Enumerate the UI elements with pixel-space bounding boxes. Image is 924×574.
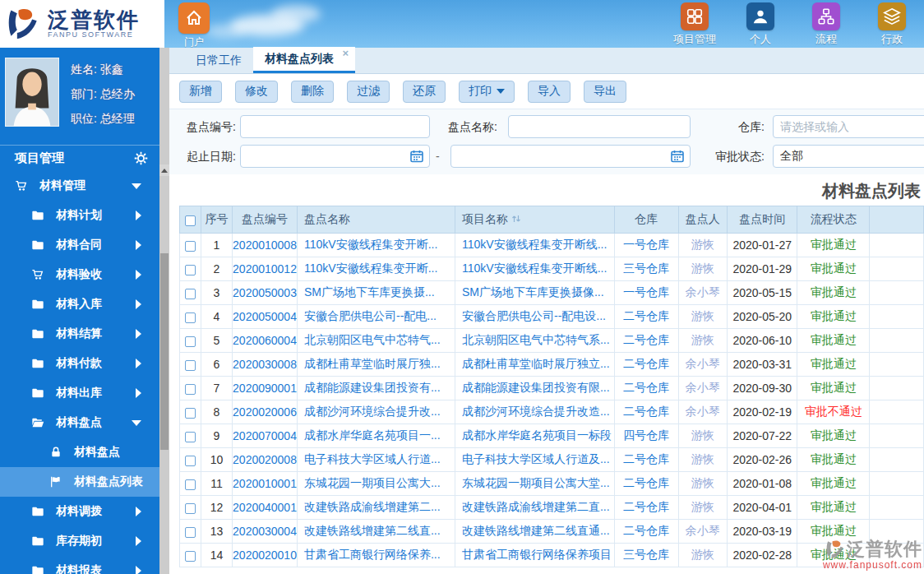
table-row[interactable]: 12020010008110kV安徽线程集变开断...110kV安徽线程集变开断… (180, 234, 924, 257)
cell-code[interactable]: 2020010001 (233, 472, 298, 496)
table-row[interactable]: 132020030004改建铁路线增建第二线直...改建铁路线增建第二线直通..… (180, 520, 924, 544)
table-row[interactable]: 122020040001改建铁路成渝线增建第二...改建铁路成渝线增建第二直..… (180, 496, 924, 520)
arrow-right-icon[interactable] (136, 566, 141, 574)
row-checkbox[interactable] (185, 456, 196, 466)
select-all-checkbox[interactable] (185, 215, 196, 226)
cell-name[interactable]: 甘肃省工商银行网络保养... (297, 544, 455, 567)
sidebar-item-material-payment[interactable]: 材料付款 (0, 349, 159, 378)
cell-code[interactable]: 2020090001 (233, 377, 298, 400)
row-checkbox[interactable] (185, 408, 196, 419)
modify-button[interactable]: 修改 (235, 81, 278, 103)
cell-warehouse[interactable]: 二号仓库 (614, 448, 678, 472)
cell-warehouse[interactable]: 二号仓库 (614, 472, 678, 496)
table-row[interactable]: 112020010001东城花园一期项目公寓大...东城花园一期项目公寓大堂..… (180, 472, 924, 496)
cell-code[interactable]: 2020010012 (233, 257, 298, 281)
date-to-input[interactable] (450, 145, 691, 168)
row-checkbox[interactable] (185, 527, 196, 538)
sidebar-item-material-acceptance[interactable]: 材料验收 (0, 260, 159, 289)
sidebar-item-material-plan[interactable]: 材料计划 (0, 201, 159, 230)
table-row[interactable]: 42020050004安徽合肥供电公司--配电...安徽合肥供电公司--配电设.… (180, 305, 924, 329)
cell-name[interactable]: 成都沙河环境综合提升改... (297, 400, 455, 424)
sort-icon[interactable] (511, 214, 521, 224)
cell-name[interactable]: 改建铁路成渝线增建第二... (297, 496, 455, 520)
chevron-down-icon[interactable] (132, 420, 141, 426)
sidebar-item-material-settlement[interactable]: 材料结算 (0, 319, 159, 349)
cell-code[interactable]: 2020010008 (233, 234, 298, 257)
cell-warehouse[interactable]: 四号仓库 (614, 424, 678, 448)
cell-warehouse[interactable]: 二号仓库 (614, 496, 678, 520)
sidebar-item-opening-inventory[interactable]: 库存期初 (0, 526, 159, 556)
cell-project[interactable]: 北京朝阳区电气中芯特气系... (455, 329, 614, 353)
cell-project[interactable]: 110kV安徽线程集变开断线... (455, 257, 614, 281)
sidebar-item-material-inbound[interactable]: 材料入库 (0, 289, 159, 319)
sidebar-item-material-stocktake-list[interactable]: 材料盘点列表 (0, 467, 159, 497)
cell-name[interactable]: 成都水岸华庭名苑项目一... (297, 424, 455, 448)
cell-code[interactable]: 2020040001 (233, 496, 298, 520)
calendar-icon[interactable] (671, 150, 684, 163)
cell-code[interactable]: 2020030008 (233, 353, 298, 377)
cell-warehouse[interactable]: 二号仓库 (614, 400, 678, 424)
arrow-right-icon[interactable] (136, 507, 141, 516)
cell-name[interactable]: 北京朝阳区电气中芯特气... (297, 329, 455, 353)
row-checkbox[interactable] (185, 360, 196, 371)
restore-button[interactable]: 还原 (403, 81, 446, 103)
row-checkbox[interactable] (185, 241, 196, 252)
row-checkbox[interactable] (185, 479, 196, 490)
sidebar-item-material-stocktake-item[interactable]: 材料盘点 (0, 437, 159, 467)
row-checkbox[interactable] (185, 551, 196, 562)
column-header-project[interactable]: 项目名称 (455, 206, 614, 234)
print-button[interactable]: 打印 (459, 81, 515, 103)
table-row[interactable]: 102020020008电子科技大学区域人行道...电子科技大学区域人行道及..… (180, 448, 924, 472)
cell-code[interactable]: 2020030004 (233, 520, 298, 544)
export-button[interactable]: 导出 (584, 81, 626, 103)
delete-button[interactable]: 删除 (291, 81, 334, 103)
cell-warehouse[interactable]: 二号仓库 (614, 520, 678, 544)
cell-project[interactable]: 电子科技大学区域人行道及... (455, 448, 614, 472)
cell-name[interactable]: 110kV安徽线程集变开断... (297, 257, 455, 281)
cell-project[interactable]: 成都水岸华庭名苑项目一标段 (455, 424, 614, 448)
arrow-right-icon[interactable] (136, 329, 141, 339)
cell-project[interactable]: SM广场地下车库更换摄像... (455, 281, 614, 305)
cell-warehouse[interactable]: 三号仓库 (614, 544, 678, 567)
cell-warehouse[interactable]: 二号仓库 (614, 353, 678, 377)
cell-warehouse[interactable]: 二号仓库 (614, 377, 678, 400)
cell-project[interactable]: 东城花园一期项目公寓大堂... (455, 472, 614, 496)
cell-code[interactable]: 2020020006 (233, 400, 298, 424)
calendar-icon[interactable] (410, 150, 423, 163)
cell-project[interactable]: 成都沙河环境综合提升改造... (455, 400, 614, 424)
row-checkbox[interactable] (185, 289, 196, 299)
cell-warehouse[interactable]: 二号仓库 (614, 329, 678, 353)
close-icon[interactable]: × (342, 48, 349, 59)
date-from-input[interactable] (240, 145, 430, 168)
table-row[interactable]: 92020070004成都水岸华庭名苑项目一...成都水岸华庭名苑项目一标段四号… (180, 424, 924, 448)
scrollbar-thumb[interactable] (160, 253, 169, 450)
arrow-right-icon[interactable] (136, 240, 141, 250)
row-checkbox[interactable] (185, 265, 196, 275)
cell-name[interactable]: 成都能源建设集团投资有... (297, 377, 455, 400)
arrow-right-icon[interactable] (136, 299, 141, 309)
cell-code[interactable]: 2020020010 (233, 544, 298, 567)
tab-daily-work[interactable]: 日常工作 (184, 47, 253, 73)
table-row[interactable]: 32020050003SM广场地下车库更换摄...SM广场地下车库更换摄像...… (180, 281, 924, 305)
table-row[interactable]: 82020020006成都沙河环境综合提升改...成都沙河环境综合提升改造...… (180, 400, 924, 424)
import-button[interactable]: 导入 (528, 81, 571, 103)
tab-stocktake-list[interactable]: 材料盘点列表 × (253, 47, 355, 73)
sidebar-item-material-transfer[interactable]: 材料调拨 (0, 497, 159, 526)
filter-button[interactable]: 过滤 (347, 81, 390, 103)
table-row[interactable]: 72020090001成都能源建设集团投资有...成都能源建设集团投资有限...… (180, 377, 924, 400)
sidebar-item-material-stocktake[interactable]: 材料盘点 (0, 408, 159, 437)
cell-code[interactable]: 2020050003 (233, 281, 298, 305)
status-filter-input[interactable] (773, 145, 924, 168)
cell-project[interactable]: 甘肃省工商银行网络保养项目 (455, 544, 614, 567)
name-filter-input[interactable] (508, 115, 691, 138)
cell-code[interactable]: 2020070004 (233, 424, 298, 448)
cell-name[interactable]: 110kV安徽线程集变开断... (297, 234, 455, 257)
row-checkbox[interactable] (185, 432, 196, 442)
cell-name[interactable]: 安徽合肥供电公司--配电... (297, 305, 455, 329)
cell-project[interactable]: 成都能源建设集团投资有限... (455, 377, 614, 400)
nav-item-project-management[interactable]: 项目管理 (671, 2, 718, 47)
table-row[interactable]: 142020020010甘肃省工商银行网络保养...甘肃省工商银行网络保养项目三… (180, 544, 924, 567)
nav-item-administration[interactable]: 行政 (868, 2, 916, 47)
table-row[interactable]: 22020010012110kV安徽线程集变开断...110kV安徽线程集变开断… (180, 257, 924, 281)
sidebar-item-material-report[interactable]: 材料报表 (0, 556, 159, 574)
